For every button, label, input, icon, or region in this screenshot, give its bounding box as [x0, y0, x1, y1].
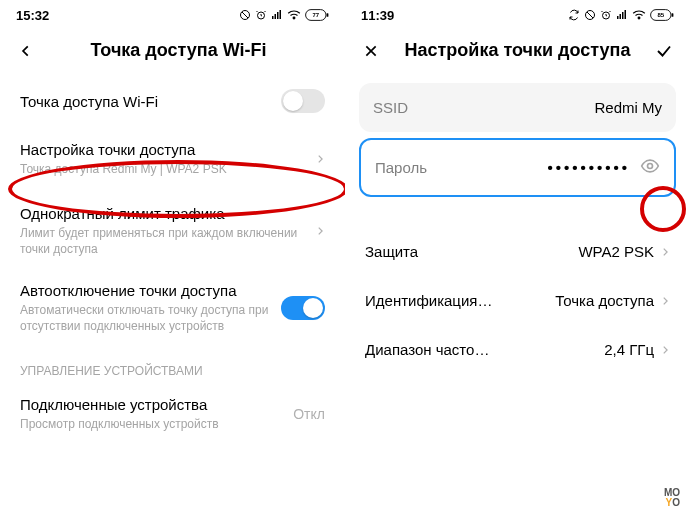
header: Точка доступа Wi-Fi [0, 30, 345, 77]
dnd-icon [239, 9, 251, 21]
signal-icon [271, 9, 283, 21]
dnd-icon [584, 9, 596, 21]
battery-icon: 77 [305, 9, 329, 21]
watermark-logo: MO YO [664, 488, 680, 508]
status-bar: 11:39 85 [345, 0, 690, 30]
svg-rect-5 [277, 12, 279, 19]
svg-rect-3 [272, 16, 274, 19]
svg-line-12 [587, 12, 593, 18]
field-label: SSID [373, 99, 408, 116]
page-title: Точка доступа Wi-Fi [28, 40, 329, 61]
svg-rect-10 [327, 13, 329, 17]
toggle-hotspot[interactable] [281, 89, 325, 113]
chevron-right-icon [315, 154, 325, 164]
svg-rect-17 [625, 10, 627, 19]
row-sublabel: Автоматически отключать точку доступа пр… [20, 302, 281, 334]
row-identification[interactable]: Идентификация… Точка доступа [345, 276, 690, 325]
row-label: Идентификация… [365, 292, 555, 309]
svg-text:85: 85 [657, 12, 664, 18]
field-value: •••••••••• [547, 159, 630, 176]
row-label: Точка доступа Wi-Fi [20, 93, 281, 110]
alarm-icon [600, 9, 612, 21]
row-label: Защита [365, 243, 578, 260]
wifi-icon [287, 9, 301, 21]
row-value: Откл [293, 406, 325, 422]
svg-rect-14 [617, 16, 619, 19]
row-sublabel: Просмотр подключенных устройств [20, 416, 293, 432]
header: Настройка точки доступа [345, 30, 690, 77]
toggle-auto-off[interactable] [281, 296, 325, 320]
section-header: УПРАВЛЕНИЕ УСТРОЙСТВАМИ [0, 346, 345, 384]
row-value: WPA2 PSK [578, 243, 654, 260]
wifi-icon [632, 9, 646, 21]
alarm-icon [255, 9, 267, 21]
row-label: Однократный лимит трафика [20, 205, 315, 222]
confirm-button[interactable] [654, 42, 674, 60]
close-icon [363, 43, 379, 59]
row-sublabel: Лимит будет применяться при каждом включ… [20, 225, 315, 257]
row-auto-off[interactable]: Автоотключение точки доступа Автоматичес… [0, 270, 345, 346]
row-sublabel: Точка доступа Redmi My | WPA2 PSK [20, 161, 315, 177]
screen-hotspot-configure: 11:39 85 Настройка точки доступа SSID Re… [345, 0, 690, 516]
field-value: Redmi My [594, 99, 662, 116]
check-icon [655, 42, 673, 60]
svg-rect-6 [280, 10, 282, 19]
svg-point-18 [638, 17, 640, 19]
row-value: 2,4 ГГц [604, 341, 654, 358]
row-connected-devices[interactable]: Подключенные устройства Просмотр подключ… [0, 384, 345, 444]
svg-rect-21 [672, 13, 674, 17]
screen-hotspot-main: 15:32 77 Точка доступа Wi-Fi Точка досту… [0, 0, 345, 516]
chevron-right-icon [660, 341, 670, 358]
password-field[interactable]: Пароль •••••••••• [359, 138, 676, 197]
chevron-right-icon [660, 292, 670, 309]
svg-rect-16 [622, 12, 624, 19]
clock: 11:39 [361, 8, 394, 23]
sync-icon [568, 9, 580, 21]
svg-rect-4 [275, 14, 277, 19]
svg-point-24 [648, 164, 653, 169]
row-band[interactable]: Диапазон часто… 2,4 ГГц [345, 325, 690, 374]
row-label: Настройка точки доступа [20, 141, 315, 158]
svg-text:77: 77 [312, 12, 319, 18]
row-label: Автоотключение точки доступа [20, 282, 281, 299]
status-icons: 85 [568, 9, 674, 21]
row-security[interactable]: Защита WPA2 PSK [345, 227, 690, 276]
field-label: Пароль [375, 159, 427, 176]
clock: 15:32 [16, 8, 49, 23]
status-icons: 77 [239, 9, 329, 21]
signal-icon [616, 9, 628, 21]
chevron-right-icon [660, 243, 670, 260]
svg-point-7 [293, 17, 295, 19]
row-value: Точка доступа [555, 292, 654, 309]
eye-icon [640, 156, 660, 176]
toggle-password-visibility[interactable] [640, 156, 660, 179]
battery-icon: 85 [650, 9, 674, 21]
svg-rect-15 [620, 14, 622, 19]
row-traffic-limit[interactable]: Однократный лимит трафика Лимит будет пр… [0, 193, 345, 269]
svg-line-1 [242, 12, 248, 18]
row-label: Подключенные устройства [20, 396, 293, 413]
close-button[interactable] [361, 43, 381, 59]
status-bar: 15:32 77 [0, 0, 345, 30]
row-hotspot-toggle[interactable]: Точка доступа Wi-Fi [0, 77, 345, 125]
ssid-field[interactable]: SSID Redmi My [359, 83, 676, 132]
page-title: Настройка точки доступа [393, 40, 642, 61]
chevron-right-icon [315, 226, 325, 236]
row-label: Диапазон часто… [365, 341, 604, 358]
row-configure-hotspot[interactable]: Настройка точки доступа Точка доступа Re… [0, 125, 345, 193]
